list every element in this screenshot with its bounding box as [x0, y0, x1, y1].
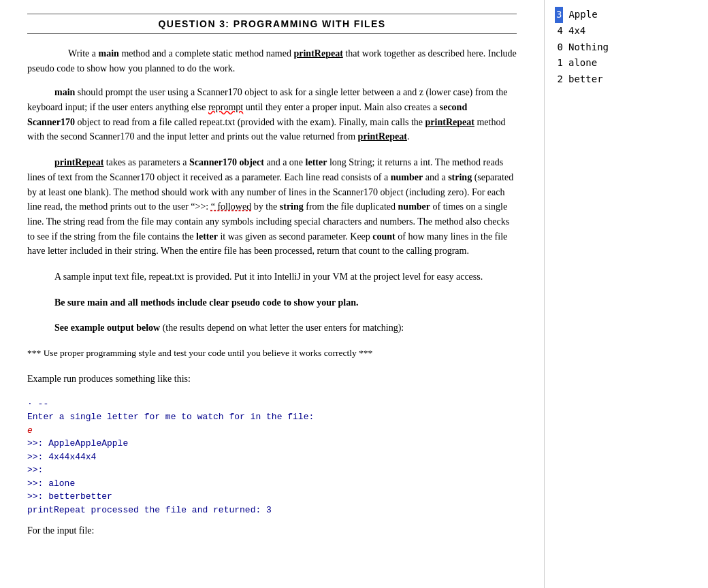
print-repeat-2: printRepeat: [425, 117, 474, 127]
bold2-block: See example output below (the results de…: [27, 321, 517, 336]
p2-text1: takes as parameters a: [103, 157, 189, 167]
bold1-block: Be sure main and all methods include cle…: [27, 295, 517, 310]
intro-paragraph: Write a main method and a complete stati…: [27, 46, 517, 76]
string-bold: string: [448, 172, 472, 182]
count-bold: count: [372, 231, 395, 242]
number2-bold: number: [398, 201, 430, 212]
intro-text-part2: method and a complete static method name…: [119, 48, 294, 59]
example-label-block: Example run produces something like this…: [27, 372, 517, 387]
sidebar-num-2: 0: [555, 39, 563, 56]
sidebar: 3 Apple 4 4x4 0 Nothing 1 alone 2 better: [545, 0, 708, 588]
sidebar-item-4: 2 better: [555, 71, 698, 88]
p2-text4: and a: [423, 172, 448, 182]
code-line-2: e: [27, 424, 517, 438]
code-line-8: printRepeat processed the file and retur…: [27, 504, 517, 517]
star-line: *** Use proper programming style and tes…: [27, 346, 517, 361]
intro-text-part1: Write a: [68, 48, 99, 59]
sidebar-label-3: alone: [568, 55, 597, 71]
followed-text: “ followed: [211, 201, 251, 212]
code-line-1: Enter a single letter for me to watch fo…: [27, 410, 517, 424]
main-bold: main: [54, 87, 75, 97]
p1-text3: object to read from a file called repeat…: [75, 117, 425, 127]
sidebar-num-3: 1: [555, 55, 563, 71]
question-title: QUESTION 3: PROGRAMMING WITH FILES: [27, 14, 517, 34]
sidebar-item-3: 1 alone: [555, 55, 698, 71]
code-line-0: · --: [27, 397, 517, 411]
p1-text5: .: [407, 131, 410, 142]
code-line-4: >>: 4x44x44x4: [27, 451, 517, 464]
p1-text2: until they enter a proper input. Main al…: [243, 102, 439, 112]
sidebar-item-1: 4 4x4: [555, 23, 698, 39]
intro-main-bold: main: [99, 48, 119, 59]
sidebar-label-2: Nothing: [568, 39, 609, 56]
footer-text: For the input file:: [27, 523, 517, 538]
code-block: · -- Enter a single letter for me to wat…: [27, 397, 517, 517]
scanner-bold: Scanner170 object: [189, 157, 264, 167]
code-line-6: >>: alone: [27, 477, 517, 491]
sidebar-num-4: 2: [555, 71, 563, 88]
star-line-block: *** Use proper programming style and tes…: [27, 346, 517, 361]
p2-text9: it was given as second parameter. Keep: [218, 231, 372, 242]
print-repeat-header: printRepeat: [54, 157, 103, 167]
main-content: QUESTION 3: PROGRAMMING WITH FILES Write…: [0, 0, 545, 588]
letter2-bold: letter: [196, 231, 218, 242]
print-repeat-3: printRepeat: [358, 131, 407, 142]
p2-text6: by the: [251, 201, 280, 212]
sidebar-item-2: 0 Nothing: [555, 39, 698, 56]
example-label: Example run produces something like this…: [27, 372, 517, 387]
sidebar-item-0: 3 Apple: [555, 7, 698, 23]
code-line-5: >>:: [27, 463, 517, 477]
paragraph1-block: main should prompt the user using a Scan…: [27, 85, 517, 144]
sidebar-num-1: 4: [555, 23, 563, 39]
print-repeat-1: printRepeat: [293, 48, 342, 59]
sidebar-label-1: 4x4: [568, 23, 585, 39]
footer-block: For the input file:: [27, 523, 517, 538]
string2-bold: string: [280, 201, 304, 212]
reprompt-text: reprompt: [208, 102, 243, 112]
number-bold: number: [391, 172, 423, 182]
paragraph2-block: printRepeat takes as parameters a Scanne…: [27, 155, 517, 259]
see-example-bold: See example output below: [54, 323, 160, 333]
sidebar-label-4: better: [568, 71, 603, 88]
letter-bold: letter: [306, 157, 327, 167]
code-line-3: >>: AppleAppleApple: [27, 437, 517, 451]
sidebar-num-0: 3: [555, 7, 563, 23]
code-line-7: >>: betterbetter: [27, 490, 517, 504]
p2-text7: from the file duplicated: [304, 201, 398, 212]
bold-statement-1: Be sure main and all methods include cle…: [54, 295, 517, 310]
sidebar-label-0: Apple: [568, 7, 597, 23]
bold2-rest: (the results depend on what letter the u…: [160, 323, 404, 333]
sample-text-block: A sample input text file, repeat.txt is …: [27, 270, 517, 284]
p2-text2: and a one: [264, 157, 306, 167]
sample-text: A sample input text file, repeat.txt is …: [27, 270, 517, 284]
